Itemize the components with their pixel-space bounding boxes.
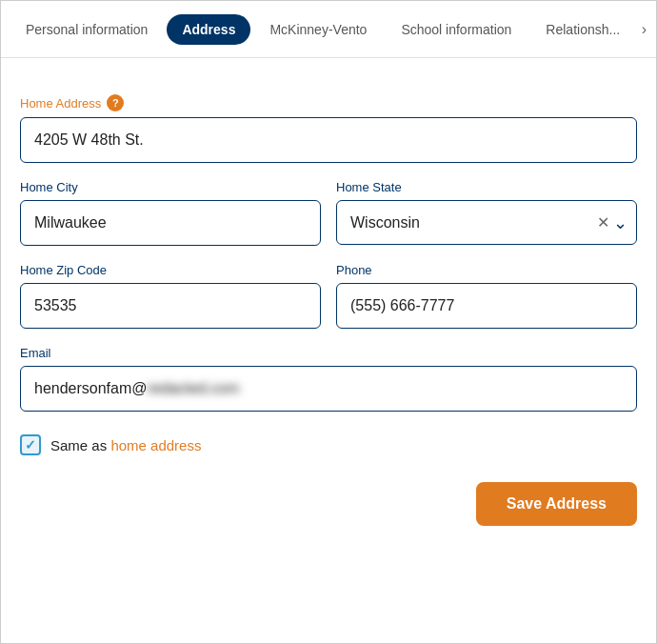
home-zip-label: Home Zip Code [20,263,321,277]
select-clear-icon[interactable]: ✕ [597,213,609,231]
same-address-label: Same as home address [50,437,201,453]
email-input-display[interactable]: hendersonfam@redacted.com [20,366,637,412]
home-address-label: Home Address ? [20,94,637,111]
tab-mckinney-vento[interactable]: McKinney-Vento [254,14,382,45]
home-state-select[interactable]: Wisconsin Alabama California Minnesota [336,200,637,245]
city-state-row: Home City Home State Wisconsin Alabama C… [20,180,637,246]
home-state-label: Home State [336,180,637,194]
home-address-section: Home Address ? [20,94,637,163]
form-content: Home Address ? Home City Home State Wisc… [1,58,656,545]
home-address-help-icon[interactable]: ? [107,94,124,111]
tab-personal-information[interactable]: Personal information [10,14,163,45]
phone-label: Phone [336,263,637,277]
checkbox-checkmark-icon: ✓ [25,437,36,453]
home-city-input[interactable] [20,200,321,246]
home-city-label: Home City [20,180,321,194]
home-state-select-wrapper: Wisconsin Alabama California Minnesota ✕… [336,200,637,245]
email-section: Email hendersonfam@redacted.com [20,346,637,412]
tab-chevron-right-icon[interactable]: › [642,21,647,38]
same-address-checkbox[interactable]: ✓ [20,434,41,455]
tab-school-information[interactable]: School information [386,14,527,45]
tab-address[interactable]: Address [167,14,250,45]
email-blurred-part: redacted.com [148,380,240,397]
tab-relationships[interactable]: Relationsh... [530,14,635,45]
home-zip-input[interactable] [20,283,321,329]
home-state-section: Home State Wisconsin Alabama California … [336,180,637,246]
home-zip-section: Home Zip Code [20,263,321,329]
email-label: Email [20,346,637,360]
same-address-link[interactable]: home address [110,437,201,453]
save-address-button[interactable]: Save Address [476,482,637,526]
tab-bar: Personal information Address McKinney-Ve… [1,1,656,58]
email-visible-part: hendersonfam@ [34,380,148,397]
home-city-section: Home City [20,180,321,246]
home-address-input[interactable] [20,117,637,163]
phone-input[interactable] [336,283,637,329]
zip-phone-row: Home Zip Code Phone [20,263,637,329]
button-row: Save Address [20,482,637,526]
same-address-row: ✓ Same as home address [20,434,637,455]
phone-section: Phone [336,263,637,329]
